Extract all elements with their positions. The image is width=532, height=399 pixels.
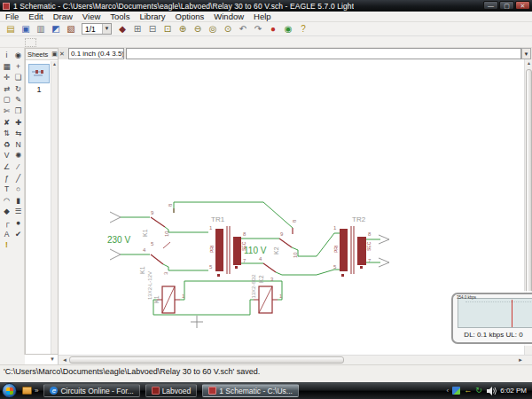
change-tool[interactable]: ✎ xyxy=(12,94,24,106)
redo-icon[interactable]: ↷ xyxy=(251,23,265,35)
move-tool[interactable]: ✛ xyxy=(1,72,12,83)
horizontal-scroll-thumb[interactable] xyxy=(69,356,344,364)
polygon-tool[interactable]: ◆ xyxy=(1,206,12,217)
sheets-scrollbar[interactable]: ▲ xyxy=(51,61,58,354)
replace-tool[interactable]: ♻ xyxy=(1,139,12,151)
command-line-input[interactable] xyxy=(126,48,521,59)
erc-tool[interactable]: ✔ xyxy=(12,229,24,240)
help-icon[interactable]: ? xyxy=(296,23,310,35)
gateswap-tool[interactable]: ⇆ xyxy=(12,128,24,139)
close-panel-icon[interactable]: ✕ xyxy=(59,51,65,58)
menu-window[interactable]: Window xyxy=(214,12,244,21)
taskbar-window-labvoed[interactable]: Labvoed xyxy=(145,384,198,397)
print-icon[interactable]: ▥ xyxy=(34,23,48,35)
folder-icon[interactable] xyxy=(22,387,32,395)
copy-tool[interactable]: ❏ xyxy=(12,72,24,83)
go-icon[interactable]: ◉ xyxy=(281,23,295,35)
pinswap-tool[interactable]: ⇅ xyxy=(1,128,12,139)
use-library-icon[interactable]: ◆ xyxy=(115,23,129,35)
taskbar-window-circuits-online[interactable]: e Circuits Online - For... xyxy=(43,384,139,397)
zoom-out-icon[interactable]: ⊖ xyxy=(191,23,205,35)
board-icon[interactable]: ▧ xyxy=(64,23,78,35)
chevron-right-icon[interactable]: » xyxy=(35,387,38,395)
circle-tool[interactable]: ○ xyxy=(12,184,24,195)
group-tool[interactable]: ▢ xyxy=(1,94,12,106)
menu-library[interactable]: Library xyxy=(139,12,165,21)
name-tool[interactable]: N xyxy=(12,139,24,151)
split-tool[interactable]: ⁄ xyxy=(12,161,24,173)
bus-tool[interactable]: ☰ xyxy=(12,206,24,217)
open-icon[interactable]: ▤ xyxy=(4,23,18,35)
command-dropdown-icon[interactable]: ▼ xyxy=(521,48,531,59)
taskbar-window-label: 1 Schematic - C:\Us... xyxy=(219,387,293,395)
value-tool[interactable]: V xyxy=(1,150,12,161)
miter-tool[interactable]: ∠ xyxy=(1,161,12,173)
paste-tool[interactable]: ❐ xyxy=(12,106,24,117)
menu-help[interactable]: Help xyxy=(254,12,271,21)
transformer-tr2[interactable] xyxy=(340,226,366,277)
menu-draw[interactable]: Draw xyxy=(53,12,73,21)
smash-tool[interactable]: ✺ xyxy=(12,150,24,161)
rotate-tool[interactable]: ↻ xyxy=(12,83,24,95)
run-icon[interactable]: ⊟ xyxy=(145,23,160,35)
tray-collapse-icon[interactable]: ‹ xyxy=(447,387,450,395)
horizontal-scrollbar[interactable]: ◄ ► xyxy=(59,355,532,364)
cam-processor-icon[interactable]: ◩ xyxy=(49,23,63,35)
relay-coil-k2[interactable] xyxy=(254,286,278,313)
label-tool[interactable]: A xyxy=(1,229,12,240)
scroll-up-icon[interactable]: ▲ xyxy=(525,59,532,67)
script-icon[interactable]: ⊞ xyxy=(130,23,145,35)
network-tray-icon[interactable] xyxy=(452,387,460,395)
junction-tool[interactable]: ● xyxy=(12,217,24,229)
close-button[interactable]: ✕ xyxy=(515,1,530,10)
menu-view[interactable]: View xyxy=(82,12,100,21)
maximize-button[interactable]: ▢ xyxy=(499,1,514,10)
delete-tool[interactable]: ✘ xyxy=(1,117,12,129)
chevron-down-icon[interactable]: ▼ xyxy=(102,24,111,34)
minimize-button[interactable]: — xyxy=(483,1,498,10)
scroll-right-icon[interactable]: ► xyxy=(518,357,523,363)
mark-tool[interactable]: + xyxy=(12,61,24,73)
pin-icon[interactable]: ▣ xyxy=(51,51,58,58)
net-tool[interactable]: ┌ xyxy=(1,217,12,229)
show-tool[interactable]: ◉ xyxy=(12,50,24,61)
arc-tool[interactable]: ◠ xyxy=(1,195,12,207)
undo-icon[interactable]: ↶ xyxy=(236,23,250,35)
menu-tools[interactable]: Tools xyxy=(110,12,129,21)
network-speed-widget[interactable]: 354.0 kbps DL: 0.1 kbps UL: 0 xyxy=(451,293,532,344)
sheet-thumbnail[interactable] xyxy=(28,64,50,83)
volume-icon[interactable] xyxy=(487,387,497,395)
sheet-selector[interactable]: 1/1 ▼ xyxy=(82,23,112,35)
taskbar-clock[interactable]: 6:02 PM xyxy=(500,387,527,395)
errors-tool[interactable]: ! xyxy=(1,239,12,251)
zoom-select-icon[interactable]: ⊙ xyxy=(221,23,235,35)
update-tray-icon[interactable]: ↻ xyxy=(475,387,483,395)
scroll-left-icon[interactable]: ◄ xyxy=(62,357,67,363)
cut-tool[interactable]: ✄ xyxy=(1,106,12,117)
relay-coil-k1[interactable] xyxy=(157,286,180,313)
menu-file[interactable]: File xyxy=(5,12,19,21)
add-tool[interactable]: ✚ xyxy=(12,117,24,129)
menu-edit[interactable]: Edit xyxy=(28,12,43,21)
text-tool[interactable]: T xyxy=(1,184,12,195)
stop-icon[interactable]: ● xyxy=(266,23,280,35)
k1-value-label: 13X2-L-12V xyxy=(147,271,153,300)
wire-tool[interactable]: ╱ xyxy=(12,173,24,184)
scroll-up-icon[interactable]: ▲ xyxy=(52,61,57,66)
start-button[interactable] xyxy=(2,383,17,398)
scroll-down-icon[interactable]: ▼ xyxy=(50,356,55,362)
taskbar-window-schematic[interactable]: 1 Schematic - C:\Us... xyxy=(202,384,299,397)
zoom-redraw-icon[interactable]: ◎ xyxy=(206,23,220,35)
mirror-tool[interactable]: ⇄ xyxy=(1,83,12,95)
save-icon[interactable]: ▣ xyxy=(19,23,33,35)
rect-tool[interactable]: ▮ xyxy=(12,195,24,207)
info-tool[interactable]: i xyxy=(1,50,12,61)
zoom-fit-icon[interactable]: ⊡ xyxy=(160,23,175,35)
grid-icon[interactable] xyxy=(25,38,36,47)
transformer-tr1[interactable] xyxy=(215,226,241,277)
download-tray-icon[interactable]: ← xyxy=(464,387,472,395)
zoom-in-icon[interactable]: ⊕ xyxy=(176,23,190,35)
invoke-tool[interactable]: ƒ xyxy=(1,173,12,184)
display-tool[interactable]: ▦ xyxy=(1,61,12,73)
menu-options[interactable]: Options xyxy=(176,12,205,21)
